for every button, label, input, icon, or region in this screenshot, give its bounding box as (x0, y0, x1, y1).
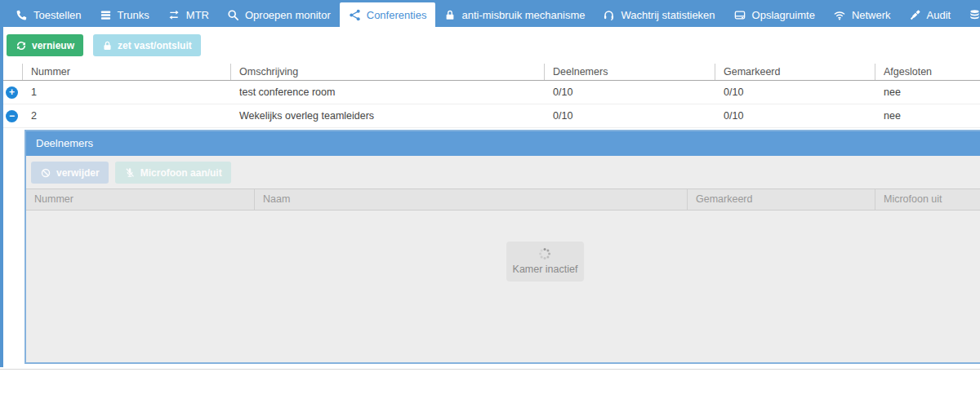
cell-deelnemers: 0/10 (545, 86, 715, 98)
tab-label: Netwerk (852, 9, 891, 21)
conference-row[interactable]: −2Wekelijks overleg teamleiders0/100/10n… (0, 104, 980, 128)
main-tab-bar: ToestellenTrunksMTROproepen monitorConfe… (0, 0, 980, 27)
participants-column-header-naam[interactable]: Naam (255, 189, 688, 210)
remove-participant-button[interactable]: verwijder (31, 162, 109, 184)
tab-oproepen-monitor[interactable]: Oproepen monitor (218, 2, 340, 27)
tab-label: Oproepen monitor (245, 9, 331, 21)
trunks-icon (100, 9, 112, 21)
swap-arrows-icon (167, 9, 180, 21)
tab-mtr[interactable]: MTR (158, 2, 218, 27)
tab-label: Audit (927, 9, 951, 21)
column-header-gemarkeerd[interactable]: Gemarkeerd (715, 64, 875, 80)
microphone-toggle-label: Microfoon aan/uit (140, 167, 222, 179)
expand-row-icon[interactable]: + (6, 86, 18, 99)
tab-anti-misbruik-mechanisme[interactable]: anti-misbruik mechanisme (435, 2, 594, 27)
participants-table-body: Kamer inactief (26, 211, 980, 362)
cell-afgesloten: nee (875, 86, 980, 98)
refresh-button-label: vernieuw (32, 40, 74, 51)
tab-label: MTR (186, 9, 209, 21)
cell-omschrijving: test conference room (231, 86, 545, 98)
tab-label: Conferenties (367, 9, 427, 21)
lock-icon (444, 9, 456, 21)
storage-icon (733, 9, 746, 21)
phone-icon (16, 9, 28, 21)
tab-diensten[interactable]: Diensten (960, 2, 980, 27)
cell-deelnemers: 0/10 (545, 110, 715, 122)
room-inactive-indicator: Kamer inactief (506, 242, 585, 282)
expander-column-header (0, 64, 23, 80)
refresh-button[interactable]: vernieuw (7, 34, 83, 56)
search-icon (227, 9, 239, 21)
cell-gemarkeerd: 0/10 (715, 86, 875, 98)
wifi-icon (833, 9, 846, 21)
tab-label: Opslagruimte (752, 9, 815, 21)
participants-column-header-gemarkeerd[interactable]: Gemarkeerd (688, 189, 875, 210)
expander-cell: + (0, 86, 23, 99)
expander-cell: − (0, 110, 23, 122)
column-header-nummer[interactable]: Nummer (23, 64, 231, 80)
refresh-icon (16, 40, 27, 51)
tab-audit[interactable]: Audit (900, 2, 960, 27)
participants-toolbar: verwijder Microfoon aan/uit (26, 156, 980, 188)
cell-nummer: 1 (23, 86, 231, 98)
participants-column-header-microfoon-uit[interactable]: Microfoon uit (875, 189, 980, 210)
spinner-icon (513, 247, 578, 260)
room-inactive-text: Kamer inactief (513, 264, 578, 275)
tab-toestellen[interactable]: Toestellen (7, 2, 91, 27)
cell-gemarkeerd: 0/10 (715, 110, 875, 122)
lock-icon (102, 40, 113, 51)
remove-participant-label: verwijder (56, 167, 100, 179)
microphone-off-icon (124, 167, 136, 179)
tab-label: Trunks (118, 9, 149, 21)
tab-netwerk[interactable]: Netwerk (824, 2, 900, 27)
plug-icon (909, 9, 921, 21)
cell-afgesloten: nee (875, 110, 980, 122)
database-icon (969, 9, 980, 21)
tab-label: Toestellen (33, 9, 82, 21)
bottom-divider (0, 369, 980, 370)
conference-table: NummerOmschrijvingDeelnemersGemarkeerdAf… (0, 64, 980, 128)
collapse-row-icon[interactable]: − (6, 110, 18, 122)
lock-unlock-button[interactable]: zet vast/ontsluit (93, 34, 201, 56)
column-header-omschrijving[interactable]: Omschrijving (231, 64, 545, 80)
participants-column-header-nummer[interactable]: Nummer (26, 189, 255, 210)
microphone-toggle-button[interactable]: Microfoon aan/uit (115, 162, 231, 184)
conference-row[interactable]: +1test conference room0/100/10nee (0, 81, 980, 104)
share-icon (349, 9, 361, 21)
tab-opslagruimte[interactable]: Opslagruimte (724, 2, 824, 27)
conference-toolbar: vernieuw zet vast/ontsluit (0, 27, 980, 64)
tab-label: anti-misbruik mechanisme (461, 9, 585, 21)
conference-table-body: +1test conference room0/100/10nee−2Wekel… (0, 81, 980, 128)
tab-wachtrij-statistieken[interactable]: Wachtrij statistieken (594, 2, 724, 27)
tab-label: Wachtrij statistieken (621, 9, 715, 21)
column-header-deelnemers[interactable]: Deelnemers (545, 64, 715, 80)
conference-table-header: NummerOmschrijvingDeelnemersGemarkeerdAf… (0, 64, 980, 81)
cell-nummer: 2 (23, 110, 231, 122)
column-header-afgesloten[interactable]: Afgesloten (875, 64, 980, 80)
tab-trunks[interactable]: Trunks (91, 2, 158, 27)
participants-panel-title: Deelnemers (26, 131, 980, 156)
remove-icon (40, 167, 51, 179)
left-accent-stripe (0, 27, 3, 367)
cell-omschrijving: Wekelijks overleg teamleiders (231, 110, 545, 122)
lock-unlock-button-label: zet vast/ontsluit (118, 40, 192, 51)
tab-conferenties[interactable]: Conferenties (340, 2, 436, 27)
participants-panel: Deelnemers verwijder Microfoon aan/uit N… (24, 130, 980, 364)
participants-table-header: NummerNaamGemarkeerdMicrofoon uit (26, 188, 980, 211)
headset-icon (603, 9, 615, 21)
